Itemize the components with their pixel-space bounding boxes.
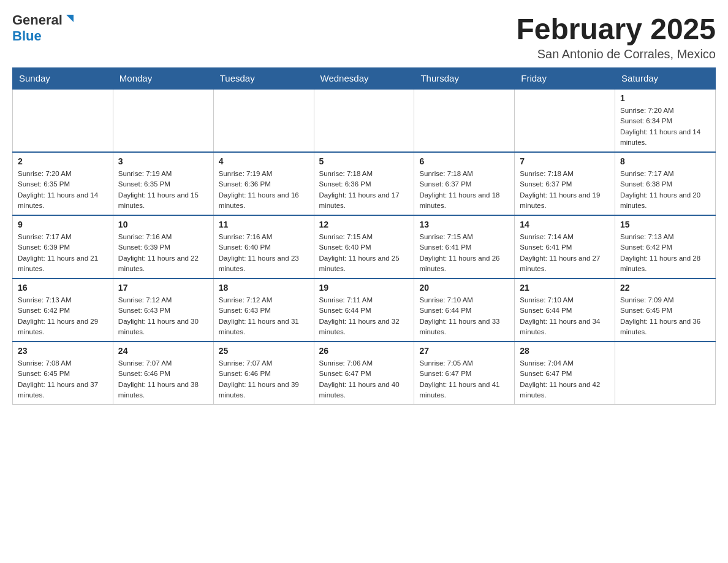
title-block: February 2025 San Antonio de Corrales, M… [516,12,716,61]
calendar-cell: 19Sunrise: 7:11 AMSunset: 6:44 PMDayligh… [314,278,414,342]
day-number: 10 [118,220,208,229]
day-info: Sunrise: 7:20 AMSunset: 6:34 PMDaylight:… [620,105,710,148]
day-info: Sunrise: 7:18 AMSunset: 6:36 PMDaylight:… [319,169,409,211]
day-info: Sunrise: 7:15 AMSunset: 6:41 PMDaylight:… [419,232,509,274]
day-number: 21 [520,283,610,293]
day-info: Sunrise: 7:12 AMSunset: 6:43 PMDaylight:… [219,295,309,337]
calendar-cell: 10Sunrise: 7:16 AMSunset: 6:39 PMDayligh… [113,215,213,278]
day-info: Sunrise: 7:13 AMSunset: 6:42 PMDaylight:… [620,232,710,274]
day-info: Sunrise: 7:06 AMSunset: 6:47 PMDaylight:… [319,358,409,400]
day-number: 20 [419,283,509,293]
day-number: 9 [18,220,108,229]
day-number: 14 [520,220,610,229]
day-info: Sunrise: 7:13 AMSunset: 6:42 PMDaylight:… [18,295,108,337]
week-row-1: 1Sunrise: 7:20 AMSunset: 6:34 PMDaylight… [13,89,716,152]
calendar-cell: 2Sunrise: 7:20 AMSunset: 6:35 PMDaylight… [13,152,113,215]
day-number: 15 [620,220,710,229]
calendar-cell: 9Sunrise: 7:17 AMSunset: 6:39 PMDaylight… [13,215,113,278]
calendar-cell: 13Sunrise: 7:15 AMSunset: 6:41 PMDayligh… [414,215,515,278]
weekday-header-thursday: Thursday [414,68,515,90]
day-info: Sunrise: 7:20 AMSunset: 6:35 PMDaylight:… [18,169,108,211]
calendar-cell: 17Sunrise: 7:12 AMSunset: 6:43 PMDayligh… [113,278,213,342]
day-info: Sunrise: 7:15 AMSunset: 6:40 PMDaylight:… [319,232,409,274]
calendar-cell: 16Sunrise: 7:13 AMSunset: 6:42 PMDayligh… [13,278,113,342]
calendar-cell: 20Sunrise: 7:10 AMSunset: 6:44 PMDayligh… [414,278,515,342]
day-number: 1 [620,93,710,103]
day-number: 27 [419,346,509,356]
calendar-cell [213,89,314,152]
day-info: Sunrise: 7:11 AMSunset: 6:44 PMDaylight:… [319,295,409,337]
day-number: 2 [18,156,108,166]
day-info: Sunrise: 7:18 AMSunset: 6:37 PMDaylight:… [520,169,610,211]
page-title: February 2025 [516,12,716,46]
calendar-cell [113,89,213,152]
day-info: Sunrise: 7:19 AMSunset: 6:35 PMDaylight:… [118,169,208,211]
calendar-cell: 18Sunrise: 7:12 AMSunset: 6:43 PMDayligh… [213,278,314,342]
week-row-4: 16Sunrise: 7:13 AMSunset: 6:42 PMDayligh… [13,278,716,342]
calendar-cell: 23Sunrise: 7:08 AMSunset: 6:45 PMDayligh… [13,342,113,405]
day-info: Sunrise: 7:05 AMSunset: 6:47 PMDaylight:… [419,358,509,400]
calendar-cell [615,342,716,405]
day-number: 7 [520,156,610,166]
day-number: 22 [620,283,710,293]
day-number: 18 [219,283,309,293]
week-row-5: 23Sunrise: 7:08 AMSunset: 6:45 PMDayligh… [13,342,716,405]
weekday-header-saturday: Saturday [615,68,716,90]
day-number: 17 [118,283,208,293]
logo: General Blue [12,12,75,44]
calendar-cell: 11Sunrise: 7:16 AMSunset: 6:40 PMDayligh… [213,215,314,278]
calendar-cell: 12Sunrise: 7:15 AMSunset: 6:40 PMDayligh… [314,215,414,278]
day-number: 6 [419,156,509,166]
day-info: Sunrise: 7:18 AMSunset: 6:37 PMDaylight:… [419,169,509,211]
day-number: 8 [620,156,710,166]
calendar-cell: 1Sunrise: 7:20 AMSunset: 6:34 PMDaylight… [615,89,716,152]
logo-arrow-icon [64,13,75,25]
calendar-cell: 27Sunrise: 7:05 AMSunset: 6:47 PMDayligh… [414,342,515,405]
day-number: 25 [219,346,309,356]
calendar-cell: 4Sunrise: 7:19 AMSunset: 6:36 PMDaylight… [213,152,314,215]
calendar-cell [13,89,113,152]
day-info: Sunrise: 7:17 AMSunset: 6:38 PMDaylight:… [620,169,710,211]
day-info: Sunrise: 7:10 AMSunset: 6:44 PMDaylight:… [520,295,610,337]
logo-blue-text: Blue [12,28,42,44]
day-info: Sunrise: 7:14 AMSunset: 6:41 PMDaylight:… [520,232,610,274]
calendar-cell [414,89,515,152]
day-number: 26 [319,346,409,356]
calendar-cell: 7Sunrise: 7:18 AMSunset: 6:37 PMDaylight… [515,152,615,215]
day-info: Sunrise: 7:07 AMSunset: 6:46 PMDaylight:… [219,358,309,400]
week-row-2: 2Sunrise: 7:20 AMSunset: 6:35 PMDaylight… [13,152,716,215]
day-info: Sunrise: 7:10 AMSunset: 6:44 PMDaylight:… [419,295,509,337]
day-number: 16 [18,283,108,293]
day-number: 12 [319,220,409,229]
calendar-cell: 25Sunrise: 7:07 AMSunset: 6:46 PMDayligh… [213,342,314,405]
day-number: 11 [219,220,309,229]
day-info: Sunrise: 7:08 AMSunset: 6:45 PMDaylight:… [18,358,108,400]
calendar-cell: 22Sunrise: 7:09 AMSunset: 6:45 PMDayligh… [615,278,716,342]
calendar-cell [314,89,414,152]
weekday-header-monday: Monday [113,68,213,90]
calendar-header-row: SundayMondayTuesdayWednesdayThursdayFrid… [13,68,716,90]
day-number: 19 [319,283,409,293]
calendar-cell: 6Sunrise: 7:18 AMSunset: 6:37 PMDaylight… [414,152,515,215]
weekday-header-friday: Friday [515,68,615,90]
day-number: 4 [219,156,309,166]
calendar-cell: 3Sunrise: 7:19 AMSunset: 6:35 PMDaylight… [113,152,213,215]
day-number: 28 [520,346,610,356]
day-number: 24 [118,346,208,356]
page-header: General Blue February 2025 San Antonio d… [12,12,716,61]
day-number: 23 [18,346,108,356]
logo-general-text: General [12,12,63,28]
weekday-header-sunday: Sunday [13,68,113,90]
svg-marker-0 [66,15,74,22]
day-number: 5 [319,156,409,166]
weekday-header-tuesday: Tuesday [213,68,314,90]
calendar-cell: 14Sunrise: 7:14 AMSunset: 6:41 PMDayligh… [515,215,615,278]
day-info: Sunrise: 7:16 AMSunset: 6:40 PMDaylight:… [219,232,309,274]
calendar-cell: 8Sunrise: 7:17 AMSunset: 6:38 PMDaylight… [615,152,716,215]
calendar-cell: 5Sunrise: 7:18 AMSunset: 6:36 PMDaylight… [314,152,414,215]
week-row-3: 9Sunrise: 7:17 AMSunset: 6:39 PMDaylight… [13,215,716,278]
day-info: Sunrise: 7:19 AMSunset: 6:36 PMDaylight:… [219,169,309,211]
calendar-cell: 21Sunrise: 7:10 AMSunset: 6:44 PMDayligh… [515,278,615,342]
day-info: Sunrise: 7:07 AMSunset: 6:46 PMDaylight:… [118,358,208,400]
weekday-header-wednesday: Wednesday [314,68,414,90]
